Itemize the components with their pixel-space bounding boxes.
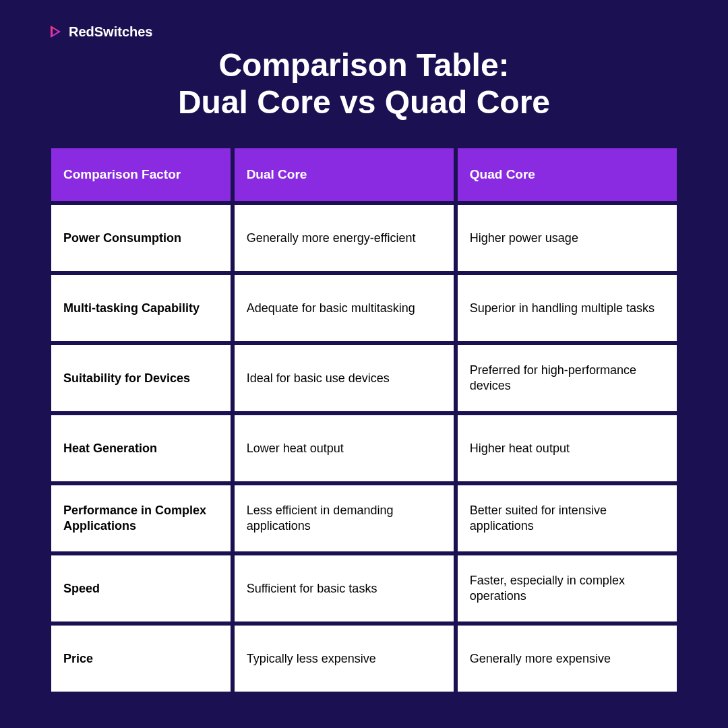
cell-quad: Faster, especially in complex operations [458,555,677,621]
brand-name: RedSwitches [69,24,152,40]
header-factor: Comparison Factor [51,148,231,201]
table-row: Multi-tasking Capability Adequate for ba… [51,275,677,341]
cell-dual: Less efficient in demanding applications [235,485,454,551]
cell-quad: Better suited for intensive applications [458,485,677,551]
cell-factor: Performance in Complex Applications [51,485,231,551]
cell-quad: Generally more expensive [458,626,677,692]
cell-dual: Sufficient for basic tasks [235,555,454,621]
title-line-2: Dual Core vs Quad Core [178,84,550,120]
cell-dual: Typically less expensive [235,626,454,692]
cell-factor: Speed [51,555,231,621]
title-line-1: Comparison Table: [218,47,509,83]
cell-dual: Lower heat output [235,415,454,481]
brand-logo: RedSwitches [47,24,681,40]
cell-quad: Higher power usage [458,205,677,271]
table-row: Heat Generation Lower heat output Higher… [51,415,677,481]
table-row: Performance in Complex Applications Less… [51,485,677,551]
cell-quad: Higher heat output [458,415,677,481]
table-row: Speed Sufficient for basic tasks Faster,… [51,555,677,621]
cell-factor: Price [51,626,231,692]
cell-factor: Multi-tasking Capability [51,275,231,341]
table-row: Suitability for Devices Ideal for basic … [51,345,677,411]
cell-factor: Suitability for Devices [51,345,231,411]
comparison-table: Comparison Factor Dual Core Quad Core Po… [47,144,681,696]
header-dual: Dual Core [235,148,454,201]
cell-dual: Ideal for basic use devices [235,345,454,411]
cell-factor: Heat Generation [51,415,231,481]
cell-dual: Adequate for basic multitasking [235,275,454,341]
page-title: Comparison Table: Dual Core vs Quad Core [47,47,681,121]
cell-dual: Generally more energy-efficient [235,205,454,271]
table-row: Power Consumption Generally more energy-… [51,205,677,271]
cell-quad: Preferred for high-performance devices [458,345,677,411]
table-header-row: Comparison Factor Dual Core Quad Core [51,148,677,201]
table-row: Price Typically less expensive Generally… [51,626,677,692]
header-quad: Quad Core [458,148,677,201]
cell-factor: Power Consumption [51,205,231,271]
play-icon [47,24,63,40]
cell-quad: Superior in handling multiple tasks [458,275,677,341]
